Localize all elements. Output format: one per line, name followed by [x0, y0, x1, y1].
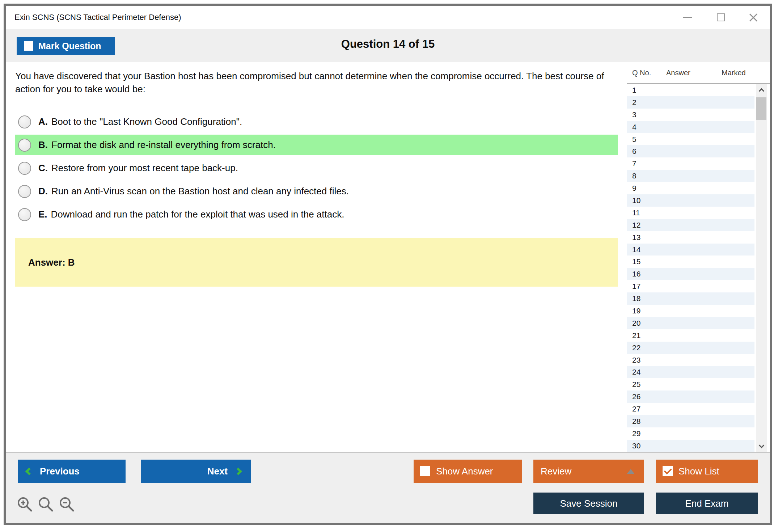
question-number: 14 — [632, 245, 640, 254]
question-list-scrollbar[interactable] — [756, 84, 767, 452]
question-list-row[interactable]: 30 — [627, 440, 754, 452]
option-letter: E. — [38, 209, 47, 220]
question-list-row[interactable]: 29 — [627, 427, 754, 440]
show-list-checkbox[interactable] — [663, 466, 673, 476]
question-list-row[interactable]: 13 — [627, 231, 754, 244]
answer-option[interactable]: C. Restore from your most recent tape ba… — [15, 158, 618, 178]
question-number: 27 — [632, 405, 640, 413]
question-number: 24 — [632, 368, 640, 376]
question-list-row[interactable]: 2 — [627, 96, 754, 109]
main-content: You have discovered that your Bastion ho… — [6, 62, 770, 452]
next-label: Next — [207, 466, 228, 477]
question-number: 15 — [632, 257, 640, 266]
bottom-toolbar: Previous Next Show Answer Review Show Li… — [6, 452, 770, 523]
option-radio[interactable] — [18, 162, 31, 175]
question-list-row[interactable]: 23 — [627, 354, 754, 366]
close-button[interactable] — [747, 11, 760, 24]
question-list-row[interactable]: 25 — [627, 378, 754, 390]
scroll-up-button[interactable] — [756, 84, 767, 96]
question-list-row[interactable]: 22 — [627, 342, 754, 354]
question-number: 17 — [632, 282, 640, 291]
question-number: 29 — [632, 429, 640, 438]
question-list-row[interactable]: 8 — [627, 170, 754, 182]
header-bar: Mark Question Question 14 of 15 — [6, 29, 770, 62]
question-list-row[interactable]: 18 — [627, 292, 754, 305]
question-list-row[interactable]: 6 — [627, 145, 754, 157]
show-answer-button[interactable]: Show Answer — [414, 460, 522, 483]
minimize-icon — [683, 17, 692, 18]
previous-button[interactable]: Previous — [18, 460, 126, 483]
question-number: 9 — [632, 184, 637, 193]
question-number: 6 — [632, 147, 637, 156]
option-letter: C. — [38, 162, 48, 174]
zoom-tools — [17, 496, 75, 513]
question-list-row[interactable]: 4 — [627, 121, 754, 133]
question-number: 25 — [632, 380, 640, 389]
title-bar: Exin SCNS (SCNS Tactical Perimeter Defen… — [6, 6, 770, 29]
question-list-row[interactable]: 28 — [627, 415, 754, 427]
option-radio[interactable] — [18, 208, 31, 221]
answer-box: Answer: B — [15, 238, 618, 287]
question-list-row[interactable]: 27 — [627, 403, 754, 415]
question-list-row[interactable]: 24 — [627, 366, 754, 378]
question-number: 1 — [632, 86, 637, 94]
show-list-button[interactable]: Show List — [656, 460, 758, 483]
option-text: Format the disk and re-install everythin… — [51, 139, 276, 151]
end-exam-button[interactable]: End Exam — [656, 493, 758, 514]
question-list-rows: 1234567891011121314151617181920212223242… — [627, 84, 754, 452]
answer-option[interactable]: A. Boot to the "Last Known Good Configur… — [15, 111, 618, 132]
question-list-row[interactable]: 14 — [627, 244, 754, 256]
review-button[interactable]: Review — [533, 460, 644, 483]
question-number: 2 — [632, 98, 637, 107]
question-list-row[interactable]: 7 — [627, 157, 754, 170]
chevron-left-icon — [25, 467, 33, 475]
question-list-row[interactable]: 17 — [627, 280, 754, 292]
maximize-button[interactable] — [714, 11, 727, 24]
question-list-row[interactable]: 26 — [627, 390, 754, 403]
question-list-row[interactable]: 1 — [627, 84, 754, 96]
answer-option[interactable]: D. Run an Anti-Virus scan on the Bastion… — [15, 181, 618, 202]
question-number: 30 — [632, 442, 640, 450]
question-list-row[interactable]: 20 — [627, 317, 754, 329]
question-number: 20 — [632, 319, 640, 328]
zoom-reset-icon[interactable] — [38, 496, 54, 513]
next-button[interactable]: Next — [141, 460, 251, 483]
option-radio[interactable] — [18, 185, 31, 198]
question-number: 7 — [632, 159, 637, 168]
show-answer-checkbox[interactable] — [420, 466, 430, 476]
show-list-label: Show List — [678, 466, 719, 477]
question-list-row[interactable]: 5 — [627, 133, 754, 145]
option-radio[interactable] — [18, 139, 31, 152]
answer-option[interactable]: B. Format the disk and re-install everyt… — [15, 135, 618, 155]
question-number: 3 — [632, 110, 637, 119]
triangle-up-icon — [627, 469, 635, 474]
save-session-button[interactable]: Save Session — [533, 493, 644, 514]
minimize-button[interactable] — [681, 11, 694, 24]
option-radio[interactable] — [18, 115, 31, 128]
question-counter: Question 14 of 15 — [6, 38, 770, 51]
question-list-row[interactable]: 21 — [627, 329, 754, 342]
question-list-row[interactable]: 3 — [627, 109, 754, 121]
question-list-row[interactable]: 16 — [627, 268, 754, 280]
question-list-row[interactable]: 10 — [627, 194, 754, 207]
question-number: 8 — [632, 172, 637, 180]
question-list-row[interactable]: 15 — [627, 256, 754, 268]
question-number: 13 — [632, 233, 640, 242]
zoom-in-icon[interactable] — [17, 496, 33, 513]
question-number: 22 — [632, 343, 640, 352]
question-list-row[interactable]: 11 — [627, 207, 754, 219]
answer-label: Answer: B — [28, 257, 75, 268]
question-list-row[interactable]: 9 — [627, 182, 754, 194]
zoom-out-icon[interactable] — [59, 496, 75, 513]
question-text: You have discovered that your Bastion ho… — [15, 69, 609, 96]
question-number: 5 — [632, 135, 637, 144]
question-list-row[interactable]: 19 — [627, 305, 754, 317]
scroll-down-button[interactable] — [756, 440, 767, 452]
option-text: Download and run the patch for the explo… — [51, 209, 344, 220]
question-list-row[interactable]: 12 — [627, 219, 754, 231]
show-answer-label: Show Answer — [436, 466, 493, 477]
question-number: 18 — [632, 294, 640, 303]
maximize-icon — [717, 13, 725, 21]
scrollbar-thumb[interactable] — [756, 97, 766, 120]
answer-option[interactable]: E. Download and run the patch for the ex… — [15, 204, 618, 225]
